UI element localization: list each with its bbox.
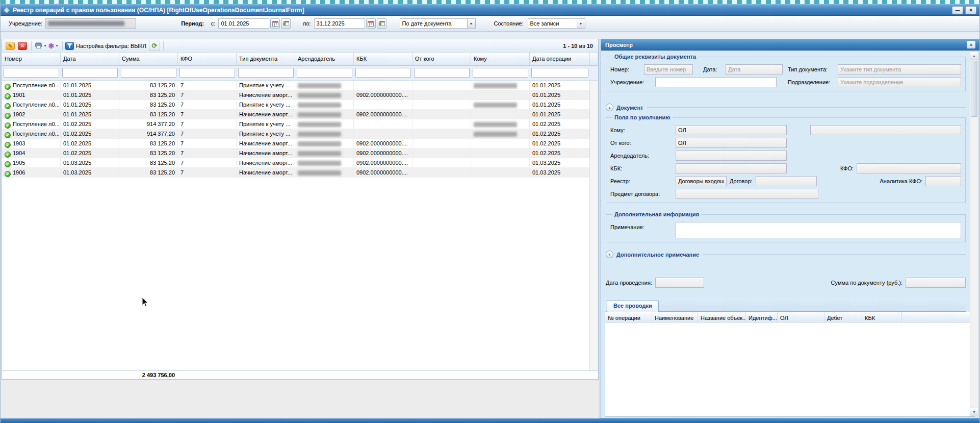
filter-funnel-icon[interactable] xyxy=(65,42,74,50)
doc-number-input[interactable] xyxy=(644,64,693,74)
to-whom-name-input[interactable] xyxy=(810,125,961,135)
print-button[interactable]: ▼ xyxy=(35,41,47,51)
kbk-input[interactable] xyxy=(676,163,787,173)
postings-column-header[interactable]: № операции xyxy=(605,312,652,322)
chevron-down-icon: ▼ xyxy=(55,44,59,47)
kfo-analytics-input[interactable] xyxy=(925,176,961,186)
contract-subject-input[interactable] xyxy=(676,189,818,199)
kfo-input[interactable] xyxy=(857,163,961,173)
goto-date-icon[interactable] xyxy=(377,18,386,29)
table-row[interactable]: ✔Поступление л0...01.01.202583 125,207Пр… xyxy=(2,81,598,90)
goto-date-icon[interactable] xyxy=(281,18,291,29)
department-input[interactable] xyxy=(838,77,961,87)
from-whom-input[interactable] xyxy=(676,138,787,148)
grid-cell xyxy=(354,81,412,90)
grid-cell: 83 125,20 xyxy=(119,158,178,167)
grid-cell: ✔Поступление л0... xyxy=(2,119,61,129)
grid-filter-input[interactable] xyxy=(473,68,528,78)
table-row[interactable]: ✔190501.03.202583 125,207Начисление амор… xyxy=(2,158,598,168)
grid-vertical-scrollbar[interactable] xyxy=(589,81,598,370)
grid-column-header[interactable]: От кого xyxy=(412,53,471,65)
grid-column-header[interactable]: Дата xyxy=(61,53,119,65)
table-row[interactable]: ✔190201.01.202583 125,207Начисление амор… xyxy=(2,110,598,119)
toolbar-separator xyxy=(62,41,63,51)
note-textarea[interactable] xyxy=(676,222,961,238)
posting-date-input[interactable] xyxy=(655,278,704,288)
postings-column-header[interactable]: Идентиф... xyxy=(746,312,778,322)
edit-button[interactable]: ✎ xyxy=(5,41,16,51)
to-whom-input[interactable] xyxy=(676,125,787,135)
chevron-down-icon[interactable]: ▼ xyxy=(577,18,585,29)
grid-column-header[interactable]: Дата операции xyxy=(530,53,590,65)
scrollbar-thumb[interactable] xyxy=(971,61,977,117)
collapse-panel-icon[interactable]: » xyxy=(967,41,975,48)
lessor-input[interactable] xyxy=(676,151,787,161)
table-row[interactable]: ✔Поступление л0...01.02.2025914 377,207П… xyxy=(2,119,598,129)
table-row[interactable]: ✔Поступление л0...01.02.2025914 377,207П… xyxy=(2,129,598,139)
scroll-down-icon[interactable]: ▼ xyxy=(970,408,978,416)
minimize-button[interactable]: — xyxy=(952,6,963,14)
table-row[interactable]: ✔190401.02.202583 125,207Начисление амор… xyxy=(2,148,598,158)
table-row[interactable]: ✔190301.02.202583 125,207Начисление амор… xyxy=(2,139,598,148)
grid-filter-input[interactable] xyxy=(238,68,294,78)
doc-date-label: Дата: xyxy=(703,66,723,72)
postings-grid: № операцииНаименованиеНазвание объек...И… xyxy=(605,312,975,417)
additional-info-fieldset: Дополнительная информация Примечание: xyxy=(606,211,966,242)
institution-input[interactable] xyxy=(655,77,777,87)
date-mode-combo[interactable]: По дате документа ▼ xyxy=(400,18,476,29)
calendar-icon[interactable] xyxy=(270,18,280,29)
collapse-up-icon[interactable]: ▲ xyxy=(606,104,613,111)
state-combo[interactable]: Все записи ▼ xyxy=(528,18,585,29)
grid-filter-input[interactable] xyxy=(62,68,118,78)
postings-column-header[interactable]: КБК xyxy=(862,312,902,322)
doc-sum-input[interactable] xyxy=(906,278,966,288)
chevron-down-icon[interactable]: ▼ xyxy=(467,18,476,29)
grid-filter-input[interactable] xyxy=(297,68,352,78)
grid-cell: 7 xyxy=(178,119,237,129)
grid-column-header[interactable]: КФО xyxy=(178,53,237,65)
postings-column-header[interactable]: Название объек... xyxy=(698,312,746,322)
toolbar-separator xyxy=(163,41,164,51)
period-from-input[interactable] xyxy=(218,18,269,29)
calendar-icon[interactable] xyxy=(366,18,376,29)
redacted-institution-value xyxy=(48,21,124,26)
grid-column-header[interactable]: Кому xyxy=(471,53,530,65)
table-row[interactable]: ✔Поступление л0...01.01.202583 125,207Пр… xyxy=(2,100,598,110)
collapse-down-icon[interactable]: ▼ xyxy=(606,251,613,258)
settings-button[interactable]: ✱ ▼ xyxy=(48,41,59,51)
postings-column-header[interactable]: Наименование xyxy=(652,312,698,322)
grid-filter-input[interactable] xyxy=(4,68,59,78)
grid-column-header[interactable]: Сумма xyxy=(119,53,178,65)
defaults-legend: Поля по умолчанию xyxy=(612,114,673,120)
table-row[interactable]: ✔190601.03.202583 125,207Начисление амор… xyxy=(2,168,598,178)
grid-cell: 01.03.2025 xyxy=(61,158,119,167)
grid-cell xyxy=(471,168,530,177)
doc-date-input[interactable] xyxy=(726,64,783,74)
refresh-button[interactable]: ⟳ xyxy=(149,41,160,51)
panel-vertical-scrollbar[interactable]: ▲ ▼ xyxy=(970,52,978,416)
grid-cell: 01.02.2025 xyxy=(530,139,590,148)
postings-column-header[interactable]: Дебет xyxy=(824,312,862,322)
grid-column-header[interactable]: Тип документа xyxy=(237,53,295,65)
postings-body xyxy=(605,322,974,416)
grid-filter-input[interactable] xyxy=(121,68,176,78)
period-to-input[interactable] xyxy=(314,18,365,29)
contract-input[interactable] xyxy=(756,176,817,186)
grid-column-header[interactable]: Номер xyxy=(2,53,61,65)
table-row[interactable]: ✔190101.01.202583 125,207Начисление амор… xyxy=(2,90,598,100)
postings-column-header[interactable]: ОЛ xyxy=(778,312,824,322)
doc-type-input[interactable] xyxy=(838,64,961,74)
scroll-up-icon[interactable]: ▲ xyxy=(970,52,978,60)
grid-column-header[interactable]: Арендодатель xyxy=(295,53,354,65)
tab-all-postings[interactable]: Все проводки xyxy=(607,300,659,312)
delete-button[interactable]: ✕ xyxy=(17,41,28,51)
posting-date-label: Дата проведения: xyxy=(606,280,652,286)
grid-filter-input[interactable] xyxy=(179,68,235,78)
postings-header-row: № операцииНаименованиеНазвание объек...И… xyxy=(605,312,974,322)
registry-input[interactable] xyxy=(676,176,727,186)
grid-filter-input[interactable] xyxy=(414,68,470,78)
grid-column-header[interactable]: КБК xyxy=(354,53,412,65)
close-button[interactable]: ✕ xyxy=(965,6,976,14)
grid-filter-input[interactable] xyxy=(355,68,411,78)
grid-filter-input[interactable] xyxy=(531,68,588,78)
